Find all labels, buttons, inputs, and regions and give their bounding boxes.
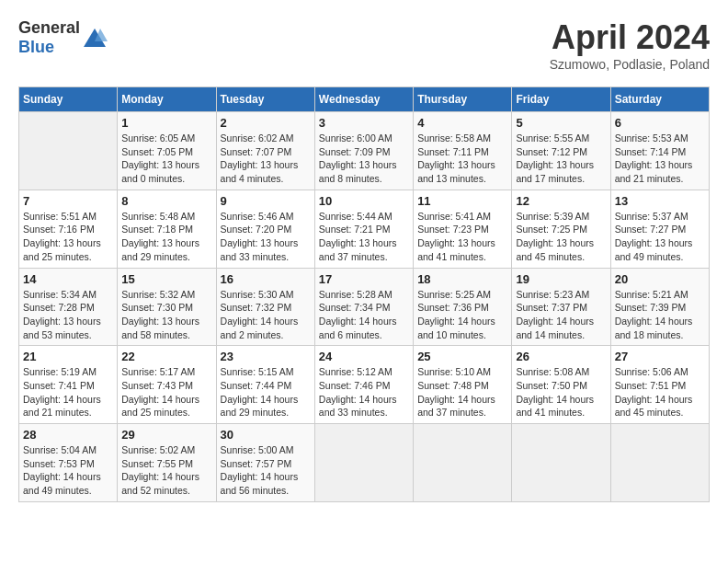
calendar-cell: 27Sunrise: 5:06 AMSunset: 7:51 PMDayligh… bbox=[610, 346, 709, 424]
day-info: Sunrise: 5:02 AMSunset: 7:55 PMDaylight:… bbox=[121, 443, 211, 498]
week-row-3: 14Sunrise: 5:34 AMSunset: 7:28 PMDayligh… bbox=[19, 268, 710, 346]
header-day-saturday: Saturday bbox=[610, 87, 709, 112]
day-info: Sunrise: 5:37 AMSunset: 7:27 PMDaylight:… bbox=[615, 210, 705, 264]
day-info: Sunrise: 6:00 AMSunset: 7:09 PMDaylight:… bbox=[319, 132, 409, 186]
day-info: Sunrise: 5:41 AMSunset: 7:23 PMDaylight:… bbox=[417, 210, 507, 264]
day-number: 9 bbox=[221, 194, 311, 208]
day-info: Sunrise: 5:15 AMSunset: 7:44 PMDaylight:… bbox=[221, 365, 311, 419]
calendar-cell: 9Sunrise: 5:46 AMSunset: 7:20 PMDaylight… bbox=[216, 190, 314, 268]
calendar-cell: 18Sunrise: 5:25 AMSunset: 7:36 PMDayligh… bbox=[414, 268, 512, 346]
calendar-cell: 12Sunrise: 5:39 AMSunset: 7:25 PMDayligh… bbox=[512, 190, 610, 268]
calendar-cell: 30Sunrise: 5:00 AMSunset: 7:57 PMDayligh… bbox=[216, 424, 314, 502]
logo-text: General Blue bbox=[18, 18, 80, 57]
day-number: 11 bbox=[417, 194, 507, 208]
day-info: Sunrise: 5:32 AMSunset: 7:30 PMDaylight:… bbox=[121, 288, 211, 342]
day-number: 30 bbox=[221, 428, 311, 442]
day-info: Sunrise: 5:46 AMSunset: 7:20 PMDaylight:… bbox=[221, 210, 311, 264]
day-info: Sunrise: 5:08 AMSunset: 7:50 PMDaylight:… bbox=[516, 365, 606, 419]
calendar-cell: 25Sunrise: 5:10 AMSunset: 7:48 PMDayligh… bbox=[414, 346, 512, 424]
day-info: Sunrise: 6:05 AMSunset: 7:05 PMDaylight:… bbox=[121, 132, 211, 186]
calendar-cell: 4Sunrise: 5:58 AMSunset: 7:11 PMDaylight… bbox=[414, 112, 512, 190]
day-info: Sunrise: 5:28 AMSunset: 7:34 PMDaylight:… bbox=[319, 288, 409, 342]
day-number: 2 bbox=[221, 116, 311, 130]
day-info: Sunrise: 5:51 AMSunset: 7:16 PMDaylight:… bbox=[23, 210, 113, 264]
header-day-thursday: Thursday bbox=[414, 87, 512, 112]
day-number: 21 bbox=[23, 350, 113, 363]
calendar-table: SundayMondayTuesdayWednesdayThursdayFrid… bbox=[18, 86, 710, 502]
calendar-header: SundayMondayTuesdayWednesdayThursdayFrid… bbox=[19, 87, 710, 112]
calendar-cell bbox=[610, 424, 709, 502]
calendar-cell: 28Sunrise: 5:04 AMSunset: 7:53 PMDayligh… bbox=[19, 424, 118, 502]
day-number: 29 bbox=[121, 428, 211, 442]
day-number: 23 bbox=[221, 350, 311, 363]
calendar-cell: 11Sunrise: 5:41 AMSunset: 7:23 PMDayligh… bbox=[414, 190, 512, 268]
calendar-cell: 8Sunrise: 5:48 AMSunset: 7:18 PMDaylight… bbox=[118, 190, 216, 268]
calendar-subtitle: Szumowo, Podlasie, Poland bbox=[550, 57, 710, 72]
calendar-cell: 16Sunrise: 5:30 AMSunset: 7:32 PMDayligh… bbox=[216, 268, 314, 346]
day-number: 14 bbox=[23, 272, 113, 286]
day-number: 1 bbox=[121, 116, 211, 130]
logo-icon bbox=[82, 25, 108, 51]
week-row-1: 1Sunrise: 6:05 AMSunset: 7:05 PMDaylight… bbox=[19, 112, 710, 190]
calendar-cell: 29Sunrise: 5:02 AMSunset: 7:55 PMDayligh… bbox=[118, 424, 216, 502]
calendar-cell: 10Sunrise: 5:44 AMSunset: 7:21 PMDayligh… bbox=[314, 190, 413, 268]
logo: General Blue bbox=[18, 18, 108, 57]
logo-blue: Blue bbox=[18, 38, 54, 56]
day-info: Sunrise: 5:00 AMSunset: 7:57 PMDaylight:… bbox=[221, 443, 311, 498]
day-number: 26 bbox=[516, 350, 606, 363]
day-info: Sunrise: 5:34 AMSunset: 7:28 PMDaylight:… bbox=[23, 288, 113, 342]
day-number: 17 bbox=[319, 272, 409, 286]
day-info: Sunrise: 5:06 AMSunset: 7:51 PMDaylight:… bbox=[615, 365, 705, 419]
title-block: April 2024 Szumowo, Podlasie, Poland bbox=[550, 18, 710, 72]
header-day-friday: Friday bbox=[512, 87, 610, 112]
day-number: 28 bbox=[23, 428, 113, 442]
day-info: Sunrise: 5:10 AMSunset: 7:48 PMDaylight:… bbox=[417, 365, 507, 419]
calendar-cell: 7Sunrise: 5:51 AMSunset: 7:16 PMDaylight… bbox=[19, 190, 118, 268]
calendar-cell bbox=[512, 424, 610, 502]
day-info: Sunrise: 5:55 AMSunset: 7:12 PMDaylight:… bbox=[516, 132, 606, 186]
day-number: 8 bbox=[121, 194, 211, 208]
day-number: 5 bbox=[516, 116, 606, 130]
calendar-cell: 13Sunrise: 5:37 AMSunset: 7:27 PMDayligh… bbox=[610, 190, 709, 268]
calendar-cell: 26Sunrise: 5:08 AMSunset: 7:50 PMDayligh… bbox=[512, 346, 610, 424]
day-number: 13 bbox=[615, 194, 705, 208]
week-row-5: 28Sunrise: 5:04 AMSunset: 7:53 PMDayligh… bbox=[19, 424, 710, 502]
calendar-cell: 20Sunrise: 5:21 AMSunset: 7:39 PMDayligh… bbox=[610, 268, 709, 346]
day-number: 22 bbox=[121, 350, 211, 363]
calendar-cell: 1Sunrise: 6:05 AMSunset: 7:05 PMDaylight… bbox=[118, 112, 216, 190]
day-number: 18 bbox=[417, 272, 507, 286]
logo-general: General bbox=[18, 18, 80, 37]
header-day-sunday: Sunday bbox=[19, 87, 118, 112]
day-info: Sunrise: 5:39 AMSunset: 7:25 PMDaylight:… bbox=[516, 210, 606, 264]
calendar-cell: 2Sunrise: 6:02 AMSunset: 7:07 PMDaylight… bbox=[216, 112, 314, 190]
header-day-tuesday: Tuesday bbox=[216, 87, 314, 112]
day-number: 6 bbox=[615, 116, 705, 130]
day-info: Sunrise: 5:30 AMSunset: 7:32 PMDaylight:… bbox=[221, 288, 311, 342]
calendar-cell: 23Sunrise: 5:15 AMSunset: 7:44 PMDayligh… bbox=[216, 346, 314, 424]
page-header: General Blue April 2024 Szumowo, Podlasi… bbox=[18, 18, 710, 72]
calendar-cell: 19Sunrise: 5:23 AMSunset: 7:37 PMDayligh… bbox=[512, 268, 610, 346]
calendar-cell bbox=[314, 424, 413, 502]
calendar-cell: 17Sunrise: 5:28 AMSunset: 7:34 PMDayligh… bbox=[314, 268, 413, 346]
calendar-cell: 14Sunrise: 5:34 AMSunset: 7:28 PMDayligh… bbox=[19, 268, 118, 346]
calendar-title: April 2024 bbox=[550, 18, 710, 57]
day-info: Sunrise: 5:19 AMSunset: 7:41 PMDaylight:… bbox=[23, 365, 113, 419]
day-info: Sunrise: 5:23 AMSunset: 7:37 PMDaylight:… bbox=[516, 288, 606, 342]
calendar-cell: 22Sunrise: 5:17 AMSunset: 7:43 PMDayligh… bbox=[118, 346, 216, 424]
header-day-monday: Monday bbox=[118, 87, 216, 112]
calendar-cell: 21Sunrise: 5:19 AMSunset: 7:41 PMDayligh… bbox=[19, 346, 118, 424]
day-info: Sunrise: 5:17 AMSunset: 7:43 PMDaylight:… bbox=[121, 365, 211, 419]
calendar-cell bbox=[414, 424, 512, 502]
calendar-cell: 5Sunrise: 5:55 AMSunset: 7:12 PMDaylight… bbox=[512, 112, 610, 190]
day-info: Sunrise: 5:04 AMSunset: 7:53 PMDaylight:… bbox=[23, 443, 113, 498]
day-number: 25 bbox=[417, 350, 507, 363]
day-number: 20 bbox=[615, 272, 705, 286]
week-row-4: 21Sunrise: 5:19 AMSunset: 7:41 PMDayligh… bbox=[19, 346, 710, 424]
day-number: 24 bbox=[319, 350, 409, 363]
day-info: Sunrise: 5:25 AMSunset: 7:36 PMDaylight:… bbox=[417, 288, 507, 342]
day-number: 12 bbox=[516, 194, 606, 208]
day-info: Sunrise: 5:44 AMSunset: 7:21 PMDaylight:… bbox=[319, 210, 409, 264]
day-number: 19 bbox=[516, 272, 606, 286]
day-info: Sunrise: 6:02 AMSunset: 7:07 PMDaylight:… bbox=[221, 132, 311, 186]
calendar-cell: 6Sunrise: 5:53 AMSunset: 7:14 PMDaylight… bbox=[610, 112, 709, 190]
